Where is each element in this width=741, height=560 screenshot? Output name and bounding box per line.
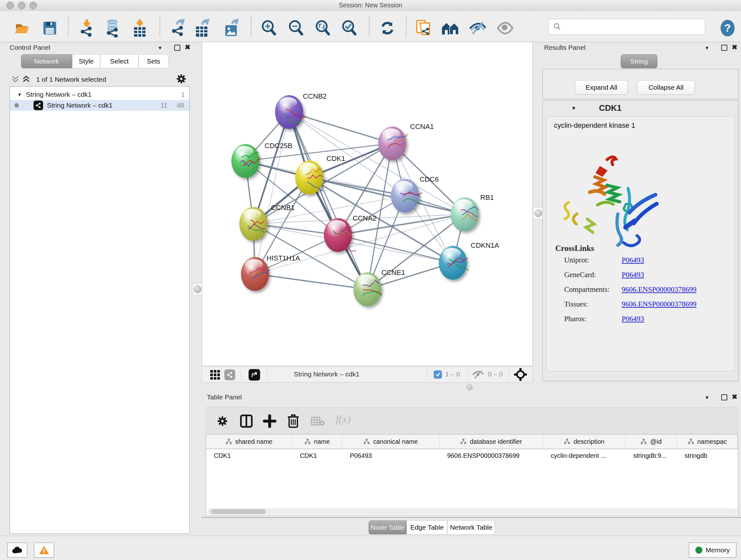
column-header--id[interactable]: @id (625, 435, 677, 449)
help-icon[interactable]: ? (719, 19, 737, 37)
crosslink-row: Tissues:9606.ENSP00000378699 (564, 300, 730, 308)
node-HIST1H1A[interactable] (241, 257, 270, 291)
crosslink-value-link[interactable]: P06493 (622, 315, 644, 323)
crosslink-value-link[interactable]: P06493 (622, 256, 644, 264)
tab-select[interactable]: Select (100, 54, 138, 68)
tab-sets[interactable]: Sets (138, 54, 169, 68)
open-session-icon[interactable] (13, 19, 31, 37)
import-database-icon[interactable] (104, 19, 121, 37)
entry-collapse-icon[interactable]: ▾ (572, 105, 576, 112)
tab-network-table[interactable]: Network Table (448, 520, 495, 535)
tab-string[interactable]: String (621, 54, 657, 68)
show-columns-icon[interactable] (240, 415, 253, 428)
results-panel-float-icon[interactable] (721, 45, 727, 51)
column-header-namespac[interactable]: namespac (677, 435, 738, 449)
memory-button[interactable]: Memory (689, 543, 737, 558)
table-cell[interactable]: cyclin-dependent ... (543, 452, 626, 459)
refresh-icon[interactable] (379, 19, 396, 37)
node-CCNB2[interactable] (275, 95, 307, 129)
expand-all-button[interactable]: Expand All (575, 80, 628, 95)
export-table-icon[interactable] (193, 19, 211, 37)
table-hscrollbar[interactable] (207, 509, 737, 515)
column-header-canonical-name[interactable]: canonical name (342, 435, 440, 449)
column-header-shared-name[interactable]: shared name (206, 435, 292, 449)
grid-view-icon[interactable] (210, 370, 220, 380)
table-panel-close-icon[interactable]: ✖ (732, 393, 738, 401)
import-table-icon[interactable] (131, 19, 149, 37)
network-selection-status: 1 of 1 Network selected (3, 76, 140, 83)
edge-RB1-HIST1H1A[interactable] (255, 214, 465, 274)
edge-CCNB2-CCNE1[interactable] (289, 112, 367, 289)
warning-status-button[interactable] (34, 543, 54, 558)
node-CDK1[interactable] (295, 161, 323, 194)
tab-network[interactable]: Network (21, 54, 72, 68)
column-header-name[interactable]: name (292, 435, 342, 449)
export-image-icon[interactable] (223, 19, 241, 37)
duplicate-network-icon[interactable] (414, 19, 432, 37)
crosslink-value-link[interactable]: 9606.ENSP00000378699 (622, 286, 697, 294)
selected-checkbox-icon[interactable] (434, 370, 442, 379)
node-CCNE1[interactable] (353, 272, 382, 306)
node-CDC6[interactable] (391, 179, 422, 212)
table-cell[interactable]: P06493 (342, 452, 440, 459)
zoom-fit-icon[interactable] (314, 19, 332, 37)
home-icon[interactable] (441, 19, 459, 37)
control-panel-float-icon[interactable] (174, 45, 180, 51)
export-network-icon[interactable] (170, 19, 188, 37)
network-view-canvas[interactable]: CCNB2CCNA1CDC25BCDK1CDC6RB1CCNB1CCNA2CDK… (202, 42, 533, 366)
network-options-gear-icon[interactable] (176, 73, 187, 84)
node-label-CCNB2: CCNB2 (303, 92, 327, 100)
node-CDKN1A[interactable] (439, 246, 468, 280)
results-entry-box: ▾ CDK1 cyclin-dependent kinase 1 (542, 100, 738, 381)
add-column-icon[interactable] (263, 415, 276, 428)
control-panel-close-icon[interactable]: ✖ (185, 44, 191, 51)
network-row-selected[interactable]: String Network – cdk1 11 48 (10, 100, 189, 111)
table-cell[interactable]: CDK1 (206, 452, 292, 459)
edge-HIST1H1A-CCNE1[interactable] (255, 274, 367, 289)
crosslink-label: Uniprot: (564, 256, 589, 264)
collapse-all-button[interactable]: Collapse All (637, 80, 695, 95)
save-session-icon[interactable] (41, 19, 59, 37)
control-panel-collapse-icon[interactable]: ▾ (158, 44, 161, 51)
show-all-icon[interactable] (496, 19, 514, 37)
node-RB1[interactable] (451, 197, 479, 231)
zoom-in-icon[interactable] (260, 19, 278, 37)
table-row[interactable]: CDK1CDK1P064939606.ENSP00000378699cyclin… (206, 449, 738, 462)
crosslinks-title: CrossLinks (555, 244, 594, 253)
birds-eye-view-icon[interactable] (514, 368, 527, 381)
crosslink-label: Compartments: (564, 286, 610, 294)
table-panel-collapse-icon[interactable]: ▾ (705, 394, 709, 401)
left-splitter-handle[interactable] (192, 284, 203, 295)
node-CCNB1[interactable] (239, 207, 267, 241)
table-panel-float-icon[interactable] (721, 394, 727, 400)
detach-view-icon[interactable] (249, 369, 260, 381)
cloud-status-button[interactable] (7, 543, 27, 558)
table-cell[interactable]: stringdb (677, 452, 738, 459)
tab-edge-table[interactable]: Edge Table (407, 520, 448, 535)
table-cell[interactable]: CDK1 (292, 452, 342, 459)
results-panel-collapse-icon[interactable]: ▾ (705, 44, 709, 51)
tree-expand-icon[interactable]: ▾ (18, 91, 21, 98)
table-gear-icon[interactable] (216, 415, 228, 427)
network-collection-row[interactable]: ▾ String Network – cdk1 1 (10, 89, 189, 100)
delete-column-icon[interactable] (287, 414, 299, 428)
edge-CCNB2-HIST1H1A[interactable] (255, 112, 289, 274)
crosslink-value-link[interactable]: P06493 (622, 271, 644, 279)
table-cell[interactable]: 9606.ENSP00000378699 (440, 452, 543, 459)
node-table[interactable]: shared namenamecanonical namedatabase id… (206, 434, 738, 516)
tab-style[interactable]: Style (72, 54, 100, 68)
network-share-view-icon[interactable] (224, 369, 235, 380)
search-input[interactable] (564, 20, 705, 34)
table-cell[interactable]: stringdb:9... (625, 452, 677, 459)
crosslink-value-link[interactable]: 9606.ENSP00000378699 (622, 300, 697, 308)
table-hscrollbar-thumb[interactable] (211, 509, 266, 514)
zoom-out-icon[interactable] (287, 19, 305, 37)
zoom-selected-icon[interactable] (340, 19, 358, 37)
hide-selected-icon[interactable] (469, 19, 487, 37)
results-panel-close-icon[interactable]: ✖ (732, 44, 738, 51)
column-header-database-identifier[interactable]: database identifier (440, 435, 543, 449)
column-header-description[interactable]: description (543, 435, 626, 449)
search-field[interactable] (548, 19, 705, 35)
import-network-icon[interactable] (78, 19, 96, 37)
tab-node-table[interactable]: Node Table (368, 520, 407, 535)
